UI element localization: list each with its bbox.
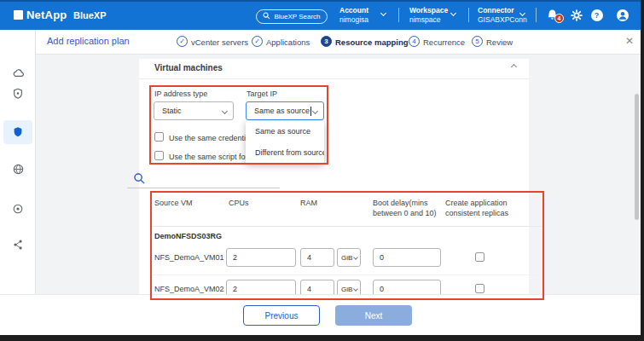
same-credentials-checkbox[interactable] — [154, 132, 164, 142]
account-label: Account — [339, 6, 399, 15]
window-right-edge — [641, 0, 644, 341]
ram-input[interactable] — [300, 248, 334, 267]
table-header-divider — [152, 226, 542, 227]
vm-name: NFS_DemoA_VM02 — [154, 285, 224, 293]
search-input[interactable] — [127, 188, 280, 188]
workspace-label: Workspace — [409, 6, 469, 15]
help-icon[interactable]: ? — [590, 9, 603, 21]
app-header: NetApp BlueXP BlueXP Search Account nimo… — [0, 0, 644, 30]
connector-label: Connector — [478, 6, 537, 15]
header-divider — [468, 8, 469, 22]
section-title: Virtual machines — [154, 63, 223, 72]
vm-group-row: DemoNFSDS03RG — [154, 232, 222, 240]
brand-product: BlueXP — [73, 10, 107, 20]
nav-extensions-target-icon[interactable] — [11, 202, 25, 216]
card-divider — [139, 78, 529, 79]
previous-button[interactable]: Previous — [243, 305, 320, 326]
ram-unit-select[interactable]: GiB — [337, 248, 361, 267]
nav-protection-shield-icon[interactable] — [11, 125, 25, 139]
step-number: 3 — [324, 38, 328, 45]
notification-badge: 4 — [554, 14, 564, 23]
bluexp-search-button[interactable]: BlueXP Search — [256, 9, 328, 24]
cpus-input[interactable] — [226, 248, 296, 267]
step-circle-recurrence: 4 — [409, 36, 420, 47]
netapp-logo-icon — [14, 10, 23, 20]
app-consistent-checkbox[interactable] — [475, 284, 484, 293]
step-circle-applications: ✓ — [252, 36, 263, 47]
ram-unit-value: GiB — [341, 286, 352, 293]
window-top-edge — [0, 0, 644, 2]
left-nav-sidebar — [0, 30, 36, 294]
nav-health-shield-icon[interactable] — [11, 87, 25, 101]
step-circle-vcenter: ✓ — [177, 36, 188, 47]
boot-delay-input[interactable] — [373, 248, 441, 267]
window-bottom-edge — [0, 335, 644, 341]
col-source-vm: Source VM — [154, 198, 193, 208]
ip-address-type-select[interactable]: Static — [154, 101, 234, 120]
step-label-applications[interactable]: Applications — [266, 38, 310, 47]
workspace-selector[interactable]: Workspace nimspace — [409, 6, 469, 25]
close-icon[interactable]: ✕ — [625, 35, 634, 47]
col-boot-delay: Boot delay(minsbetween 0 and 10) — [373, 198, 437, 218]
vm-name: NFS_DemoA_VM01 — [154, 253, 224, 262]
header-divider — [536, 8, 537, 22]
connector-selector[interactable]: Connector GISABXPConn — [478, 6, 537, 25]
col-ram: RAM — [300, 198, 317, 208]
nav-mobility-globe-icon[interactable] — [11, 162, 25, 176]
target-ip-select[interactable]: Same as source — [246, 101, 324, 120]
dropdown-option-different-from-source[interactable]: Different from source — [246, 142, 324, 164]
table-row-divider — [152, 275, 542, 275]
chevron-down-icon — [354, 286, 359, 292]
target-ip-value: Same as source — [254, 107, 310, 115]
workspace-value: nimspace — [409, 15, 469, 25]
step-label-resource-mapping[interactable]: Resource mapping — [335, 38, 409, 47]
account-value: nimogisa — [339, 15, 399, 25]
col-create-app-consistent: Create applicationconsistent replicas — [445, 198, 508, 218]
step-label-recurrence[interactable]: Recurrence — [423, 38, 465, 47]
search-label: BlueXP Search — [274, 13, 320, 20]
chevron-down-icon — [222, 107, 228, 113]
target-ip-label: Target IP — [247, 90, 277, 98]
nav-governance-share-icon[interactable] — [11, 238, 25, 251]
ip-address-type-label: IP address type — [154, 90, 207, 98]
chevron-down-icon — [312, 107, 318, 113]
step-number: 5 — [475, 38, 479, 45]
ram-unit-value: GiB — [341, 254, 352, 262]
check-icon: ✓ — [179, 38, 185, 45]
next-button[interactable]: Next — [335, 305, 412, 326]
step-circle-review: 5 — [472, 36, 483, 47]
connector-value: GISABXPConn — [478, 15, 537, 25]
header-divider — [398, 8, 399, 22]
vertical-scrollbar[interactable] — [635, 94, 639, 220]
ip-address-type-value: Static — [162, 107, 182, 115]
step-label-vcenter[interactable]: vCenter servers — [191, 38, 248, 47]
step-number: 4 — [412, 38, 415, 45]
app-consistent-checkbox[interactable] — [475, 252, 484, 262]
user-profile-icon[interactable] — [616, 9, 629, 21]
page-title: Add replication plan — [47, 36, 130, 46]
col-cpus: CPUs — [229, 198, 249, 208]
table-search-icon[interactable] — [133, 172, 146, 188]
dropdown-option-same-as-source[interactable]: Same as source — [246, 121, 324, 142]
chevron-down-icon — [354, 255, 359, 260]
target-ip-dropdown-menu: Same as source Different from source — [246, 121, 324, 164]
nav-storage-cloud-icon[interactable] — [11, 66, 25, 80]
help-question-glyph: ? — [595, 11, 600, 20]
wizard-footer — [0, 294, 644, 335]
account-selector[interactable]: Account nimogisa — [339, 6, 399, 25]
search-icon — [263, 12, 270, 21]
step-label-review[interactable]: Review — [486, 38, 513, 47]
brand-netapp: NetApp — [26, 9, 67, 21]
same-script-checkbox[interactable] — [154, 151, 164, 160]
check-icon: ✓ — [254, 38, 260, 45]
step-circle-resource-mapping: 3 — [321, 36, 332, 47]
settings-gear-icon[interactable] — [570, 9, 583, 21]
